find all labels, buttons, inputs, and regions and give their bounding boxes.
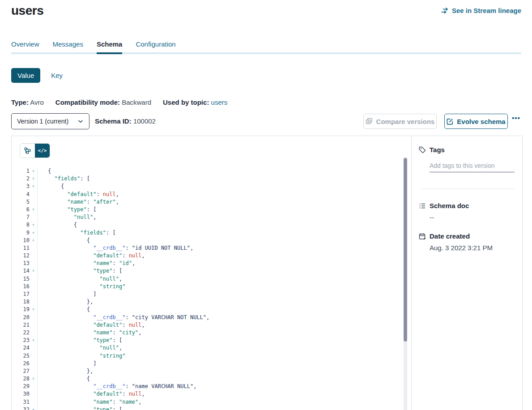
fold-spacer [30,398,37,406]
fold-spacer [30,314,37,321]
line-number: 6 [12,206,30,214]
line-number: 7 [12,214,30,221]
fold-spacer [30,352,37,360]
fold-spacer [30,290,37,298]
fold-toggle-icon[interactable]: ▼ [30,267,37,275]
compatibility-label: Compatibility mode: [55,98,120,106]
line-number: 9 [12,229,30,237]
schema-id-value: 100002 [133,117,156,125]
line-number: 16 [12,283,30,290]
line-number: 20 [12,314,30,321]
schema-code-editor[interactable]: 1▼{2▼ "fields": [3▼ {4 "default": null,5… [12,167,411,410]
code-text: "name": "after", [38,198,119,206]
code-text: }, [38,367,93,375]
code-line: 22 "name": "city", [12,329,411,337]
line-number: 26 [12,360,30,367]
line-number: 14 [12,267,30,275]
fold-spacer [30,298,37,306]
editor-scrollbar-track[interactable] [404,157,407,410]
chevron-down-icon [77,118,84,124]
type-label: Type: [11,98,29,106]
used-by-topic-field: Used by topic: users [163,98,227,106]
schema-doc-value: -- [430,214,515,221]
fold-toggle-icon[interactable]: ▼ [30,175,37,183]
fold-toggle-icon[interactable]: ▼ [30,237,37,244]
fold-toggle-icon[interactable]: ▼ [30,221,37,229]
line-number: 5 [12,198,30,206]
fold-spacer [30,321,37,329]
evolve-schema-button[interactable]: Evolve schema [444,114,508,129]
fold-toggle-icon[interactable]: ▼ [30,206,37,214]
fold-spacer [30,367,37,375]
tab-schema[interactable]: Schema [97,40,123,54]
code-text: }, [38,298,93,306]
tab-configuration[interactable]: Configuration [136,40,175,54]
fold-spacer [30,260,37,267]
version-select[interactable]: Version 1 (current) [11,113,89,129]
line-number: 19 [12,306,30,313]
code-line: 6▼ "type": [ [12,206,411,214]
tree-view-icon [24,147,31,154]
line-number: 2 [12,175,30,183]
line-number: 28 [12,375,30,383]
schema-part-toggle: Value Key [11,68,63,83]
add-tags-input[interactable] [430,161,515,172]
schema-doc-section: Schema doc -- [419,202,515,221]
code-text: { [38,167,51,175]
code-view-button[interactable]: </> [35,144,50,158]
fold-spacer [30,360,37,367]
tab-messages[interactable]: Messages [53,40,83,54]
code-text: ] [38,360,96,367]
code-line: 5 "name": "after", [12,198,411,206]
line-number: 24 [12,344,30,352]
code-line: 1▼{ [12,167,411,175]
evolve-schema-label: Evolve schema [457,118,505,125]
tab-overview[interactable]: Overview [11,40,39,54]
code-text: "type": [ [38,206,96,214]
calendar-add-icon [419,233,426,240]
line-number: 8 [12,221,30,229]
code-text: "__crdb__": "name VARCHAR NULL", [38,383,196,390]
line-number: 30 [12,390,30,398]
versions-copy-icon [366,118,373,125]
code-text: "__crdb__": "city VARCHAR NOT NULL", [38,314,209,321]
fold-toggle-icon[interactable]: ▼ [30,375,37,383]
code-text: { [38,237,90,244]
code-text: "name": "id", [38,260,135,267]
fold-toggle-icon[interactable]: ▼ [30,337,37,344]
compare-versions-label: Compare versions [376,118,435,125]
code-text: "default": null, [38,191,119,198]
value-tab-button[interactable]: Value [11,68,40,83]
fold-toggle-icon[interactable]: ▼ [30,306,37,313]
code-text: { [38,375,90,383]
code-line: 12 "default": null, [12,252,411,260]
fold-spacer [30,191,37,198]
schema-meta-row: Type: Avro Compatibility mode: Backward … [11,98,227,106]
line-number: 31 [12,398,30,406]
code-line: 19▼ { [12,306,411,313]
key-tab-button[interactable]: Key [51,72,63,79]
more-actions-button[interactable]: ••• [512,114,520,122]
tab-bar: OverviewMessagesSchemaConfiguration [11,40,521,54]
fold-toggle-icon[interactable]: ▼ [30,167,37,175]
code-line: 23▼ "type": [ [12,337,411,344]
page-title: users [11,4,43,18]
code-text: "string" [38,283,125,290]
line-number: 23 [12,337,30,344]
stream-lineage-link[interactable]: See in Stream lineage [441,7,521,14]
code-line: 9▼ "fields": [ [12,229,411,237]
topic-link[interactable]: users [211,98,228,106]
fold-spacer [30,283,37,290]
type-field: Type: Avro [11,98,44,106]
compare-versions-button[interactable]: Compare versions [363,114,437,129]
code-line: 25 "string" [12,352,411,360]
code-text: "default": null, [38,321,145,329]
editor-scrollbar-thumb[interactable] [404,158,407,342]
line-number: 10 [12,237,30,244]
type-value: Avro [30,98,44,106]
fold-toggle-icon[interactable]: ▼ [30,183,37,190]
fold-toggle-icon[interactable]: ▼ [30,229,37,237]
fold-toggle-icon[interactable]: ▼ [30,406,37,410]
tree-view-button[interactable] [20,144,35,158]
schema-id-field: Schema ID: 100002 [95,117,156,125]
